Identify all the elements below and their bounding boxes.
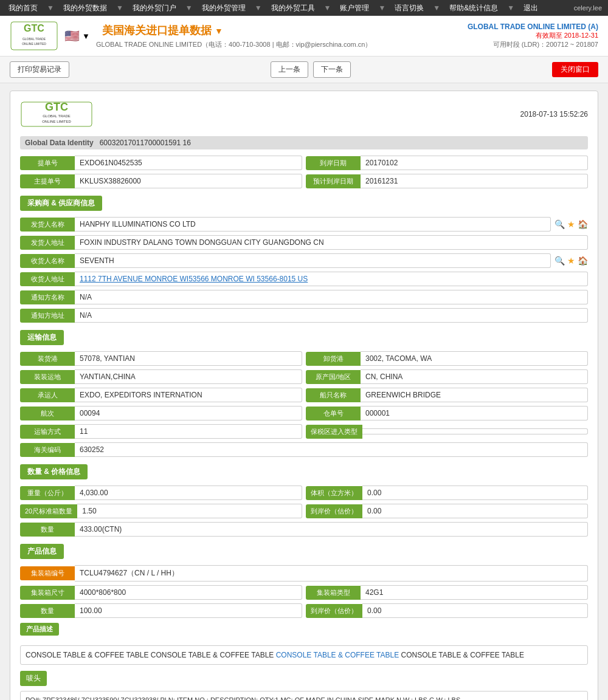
header-flag[interactable]: 🇺🇸 ▼ [64,29,90,43]
arrival-date-value: 20170102 [361,156,588,170]
consignee-addr-row: 收货人地址 1112 7TH AVENUE MONROE WI53566 MON… [20,272,588,286]
product-section: 产品信息 集装箱编号 TCLU4794627（CN / L / HH） 集装箱尺… [20,544,588,700]
product-description: CONSOLE TABLE & COFFEE TABLE CONSOLE TAB… [20,645,588,665]
container-type-row: 集装箱类型 42G1 [306,585,588,600]
shipper-name-row: 发货人名称 HANPHY ILLUMINATIONS CO LTD 🔍 ★ 🏠 [20,217,588,232]
origin-label: 原产国/地区 [306,370,361,384]
dest-port-label: 卸货港 [306,352,361,366]
origin-row: 原产国/地区 CN, CHINA [306,369,588,384]
weight-label: 重量（公斤） [20,486,75,500]
bill-no-row: 提单号 EXDO61N0452535 [20,156,302,170]
vessel-value: GREENWICH BRIDGE [361,388,588,402]
qty-arrival-price-row: 到岸价（估价） 0.00 [306,504,588,518]
load-place-row: 装装运地 YANTIAN,CHINA [20,369,302,384]
arrival-date-label: 到岸日期 [306,156,361,170]
arrival-date-row: 到岸日期 20170102 [306,156,588,170]
volume-label: 体积（立方米） [306,486,362,500]
toolbar-left: 打印贸易记录 [10,61,69,78]
consignee-name-value: SEVENTH [75,253,551,268]
voyage-label: 航次 [20,407,75,420]
consignee-name-label: 收货人名称 [20,254,75,268]
notify-addr-row: 通知方地址 N/A [20,308,588,323]
load-place-label: 装装运地 [20,370,75,384]
notify-name-label: 通知方名称 [20,290,75,304]
container-type-value: 42G1 [361,585,588,600]
bonded-value [362,428,588,434]
nav-language[interactable]: 语言切换 [392,3,426,13]
consignee-search-icon[interactable]: 🔍 [554,256,565,266]
master-bill-label: 主提单号 [20,174,75,188]
product-grid: 集装箱尺寸 4000*806*800 集装箱类型 42G1 数量 100.00 … [20,585,588,618]
nav-logout[interactable]: 退出 [521,3,541,13]
nav-tools[interactable]: 我的外贸工具 [269,3,317,13]
card-header: GTC GLOBAL TRADE ONLINE LIMITED 2018-07-… [20,101,588,128]
prod-qty-value: 100.00 [75,603,302,618]
twenty-ft-value: 1.50 [77,504,302,518]
record-date: 2018-07-13 15:52:26 [520,110,588,118]
nav-portal[interactable]: 我的外贸门户 [130,3,179,13]
gdi-value: 60032017011700001591 16 [100,139,191,147]
voyage-row: 航次 00094 [20,406,302,420]
svg-text:GTC: GTC [45,101,68,113]
basic-fields: 提单号 EXDO61N0452535 到岸日期 20170102 主提单号 KK… [20,156,588,188]
volume-value: 0.00 [362,486,588,500]
page-title: 美国海关进口提单数据 ▼ [102,23,372,38]
shipper-name-label: 发货人名称 [20,218,75,232]
mark-header: 唛头 [20,671,47,686]
next-button[interactable]: 下一条 [313,61,351,78]
header-title-area: 美国海关进口提单数据 ▼ GLOBAL TRADE ONLINE LIMITED… [96,23,372,49]
prod-arrival-price-value: 0.00 [362,603,588,618]
consignee-addr-value: 1112 7TH AVENUE MONROE WI53566 MONROE WI… [75,272,588,286]
shipper-home-icon[interactable]: 🏠 [578,219,588,229]
ldr-info: 可用时段 (LDR)：200712 ~ 201807 [468,40,598,49]
est-arrival-label: 预计到岸日期 [306,174,361,188]
close-button[interactable]: 关闭窗口 [552,62,598,77]
nav-data[interactable]: 我的外贸数据 [61,3,109,13]
expiry-date: 有效期至 2018-12-31 [468,31,598,40]
product-desc-normal2: CONSOLE TABLE & COFFEE TABLE [399,651,524,659]
global-data-identity: Global Data Identity 6003201701170000159… [20,136,588,149]
company-name: GLOBAL TRADE ONLINE LIMITED (A) [468,22,598,31]
notify-addr-label: 通知方地址 [20,309,75,323]
svg-text:ONLINE LIMITED: ONLINE LIMITED [22,42,46,46]
print-button[interactable]: 打印贸易记录 [10,61,69,78]
nav-management[interactable]: 我的外贸管理 [199,3,248,13]
quantity-section: 数量 & 价格信息 重量（公斤） 4,030.00 体积（立方米） 0.00 2… [20,464,588,537]
container-num-value: TCLU4794627（CN / L / HH） [75,565,588,582]
load-port-value: 57078, YANTIAN [75,351,302,366]
shipper-addr-value: FOXIN INDUSTRY DALANG TOWN DONGGUAN CITY… [75,235,588,250]
carrier-label: 承运人 [20,388,75,402]
logo: GTC GLOBAL TRADE ONLINE LIMITED [10,21,58,51]
container-no-label: 仓单号 [306,407,361,420]
title-text: 美国海关进口提单数据 [102,24,212,36]
shipper-addr-label: 发货人地址 [20,236,75,250]
transport-value: 11 [75,424,302,439]
quantity-section-header: 数量 & 价格信息 [20,464,88,479]
svg-text:ONLINE LIMITED: ONLINE LIMITED [42,120,71,123]
toolbar-center: 上一条 下一条 [271,61,351,78]
svg-text:GLOBAL TRADE: GLOBAL TRADE [22,37,46,41]
customs-label: 海关编码 [20,443,75,457]
nav-help[interactable]: 帮助&统计信息 [447,3,500,13]
container-size-value: 4000*806*800 [75,585,302,600]
consignee-addr-label: 收货人地址 [20,272,75,286]
consignee-home-icon[interactable]: 🏠 [578,256,588,266]
consignee-star-icon[interactable]: ★ [567,256,575,266]
nav-account[interactable]: 账户管理 [337,3,371,13]
vessel-label: 船只名称 [306,388,361,402]
nav-home[interactable]: 我的首页 [6,3,40,13]
transport-label: 运输方式 [20,425,75,439]
weight-row: 重量（公斤） 4,030.00 [20,486,302,500]
shipper-icons: 🔍 ★ 🏠 [554,219,588,229]
shipper-search-icon[interactable]: 🔍 [554,219,565,229]
dest-port-row: 卸货港 3002, TACOMA, WA [306,351,588,366]
bill-no-value: EXDO61N0452535 [75,156,302,170]
title-dropdown[interactable]: ▼ [215,26,223,36]
transport-row: 运输方式 11 [20,424,302,439]
shipper-star-icon[interactable]: ★ [567,219,575,229]
qty-row: 数量 433.00(CTN) [20,522,588,537]
shipping-section-header: 运输信息 [20,330,64,345]
prev-button[interactable]: 上一条 [271,61,308,78]
dest-port-value: 3002, TACOMA, WA [361,351,588,366]
qty-label: 数量 [20,523,75,537]
